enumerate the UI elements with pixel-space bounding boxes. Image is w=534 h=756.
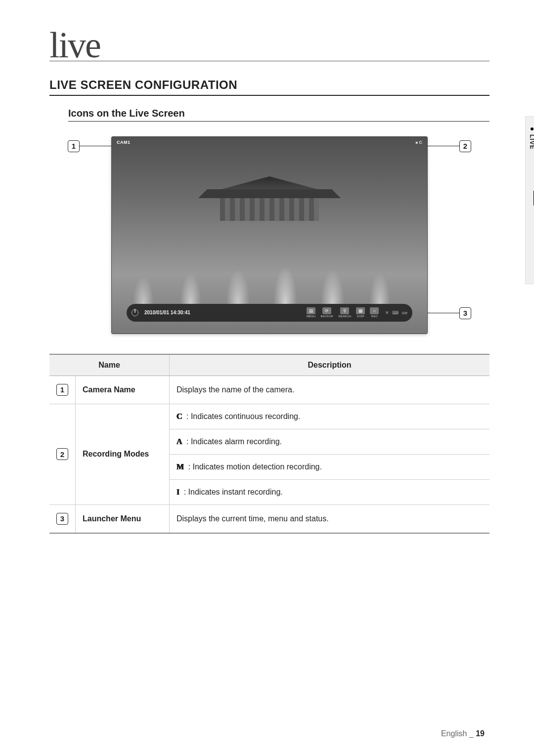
launcher-button-label: MENU (307, 315, 315, 318)
table-row: 1 Camera Name Displays the name of the c… (49, 376, 490, 404)
row-desc-text: : Indicates motion detection recording. (188, 462, 322, 471)
record-icon: ○ (370, 307, 379, 314)
row-desc-text: : Indicates continuous recording. (186, 412, 300, 420)
icon-description-table: Name Description 1 Camera Name Displays … (49, 354, 490, 534)
launcher-button-label: BACKUP (320, 315, 333, 318)
callout-number: 3 (459, 307, 471, 319)
row-description: Displays the name of the camera. (170, 376, 490, 404)
launcher-button-label: SEARCH (338, 315, 351, 318)
power-icon[interactable] (132, 309, 138, 316)
callout-3: 3 (422, 307, 471, 319)
row-description: Displays the current time, menu and stat… (170, 504, 490, 533)
display-icon: ▦ (356, 307, 365, 314)
backup-icon: ⟳ (322, 307, 331, 314)
callout-2: 2 (422, 140, 471, 152)
row-name: Recording Modes (76, 404, 170, 504)
side-tab: LIVE (525, 116, 534, 284)
mode-glyph-m: M (177, 462, 184, 471)
row-name: Camera Name (76, 376, 170, 404)
subsection-heading: Icons on the Live Screen (68, 108, 490, 122)
mode-glyph-c: C (177, 412, 182, 421)
footer-lang: English (441, 729, 467, 738)
live-monitor: CAM1 C 2010/01/01 14:30:41 ▤ MENU ⟳ BACK… (111, 136, 428, 334)
table-header-name: Name (49, 354, 170, 376)
row-desc-text: : Indicates instant recording. (184, 488, 283, 496)
footer-sep: _ (469, 729, 474, 738)
callout-1: 1 (68, 140, 117, 152)
launcher-extra-text: ow (401, 310, 407, 315)
search-icon: ⚲ (340, 307, 349, 314)
launcher-button-label: REC (371, 315, 378, 318)
table-row: 2 Recording Modes C : Indicates continuo… (49, 404, 490, 429)
recording-mode-overlay: C (415, 140, 422, 145)
launcher-disp-button[interactable]: ▦ DISP (355, 307, 366, 318)
camera-name-overlay: CAM1 (117, 140, 131, 145)
callout-number: 1 (68, 140, 80, 152)
bullet-icon (531, 127, 534, 130)
page-footer: English _ 19 (441, 729, 485, 738)
table-row: 3 Launcher Menu Displays the current tim… (49, 504, 490, 533)
row-number: 3 (56, 513, 68, 525)
callout-number: 2 (459, 140, 471, 152)
side-tab-label: LIVE (529, 134, 534, 150)
launcher-menu-button[interactable]: ▤ MENU (305, 307, 317, 318)
footer-page-number: 19 (476, 729, 485, 738)
launcher-bar: 2010/01/01 14:30:41 ▤ MENU ⟳ BACKUP ⚲ SE… (127, 304, 412, 322)
launcher-datetime: 2010/01/01 14:30:41 (144, 310, 190, 315)
launcher-status: ✕ ⌨ ow (385, 310, 407, 315)
row-description: C : Indicates continuous recording. (170, 404, 490, 429)
row-description: M : Indicates motion detection recording… (170, 454, 490, 479)
live-screen-figure: 1 2 3 CAM1 C 2010/01/01 14:30:41 (91, 136, 447, 334)
launcher-button-label: DISP (357, 315, 364, 318)
launcher-rec-button[interactable]: ○ REC (368, 307, 380, 318)
row-description: I : Indicates instant recording. (170, 479, 490, 504)
row-description: A : Indicates alarm recording. (170, 429, 490, 454)
scene-fountains (112, 225, 427, 304)
mode-glyph-i: I (177, 488, 179, 497)
row-name: Launcher Menu (76, 504, 170, 533)
launcher-search-button[interactable]: ⚲ SEARCH (337, 307, 353, 318)
row-number: 2 (56, 448, 68, 460)
launcher-backup-button[interactable]: ⟳ BACKUP (319, 307, 335, 318)
menu-icon: ▤ (307, 307, 315, 314)
row-desc-text: : Indicates alarm recording. (186, 437, 282, 446)
scene-building (200, 176, 339, 221)
table-header-description: Description (170, 354, 490, 376)
chapter-title: live (49, 30, 490, 61)
section-heading: LIVE SCREEN CONFIGURATION (49, 78, 490, 96)
mode-glyph-a: A (177, 437, 182, 446)
keyboard-icon: ⌨ (392, 310, 399, 315)
alarm-icon: ✕ (385, 310, 389, 315)
row-number: 1 (56, 384, 68, 396)
